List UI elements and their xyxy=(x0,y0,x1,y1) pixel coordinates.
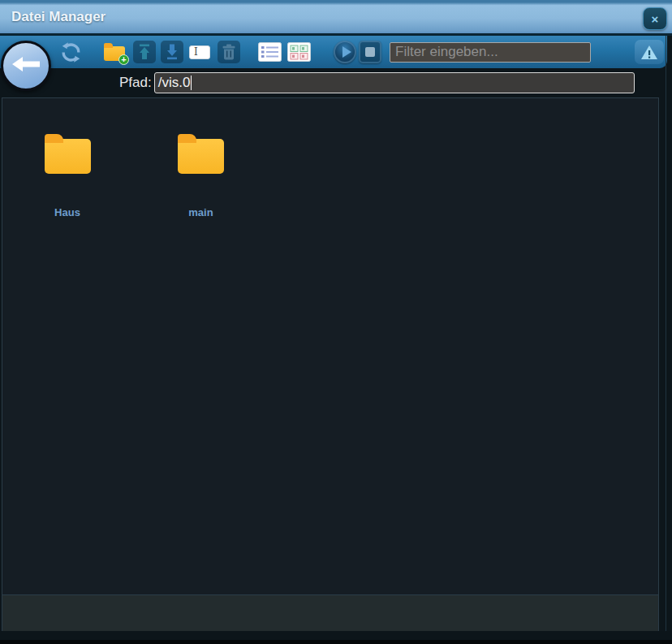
stop-icon xyxy=(365,47,375,57)
download-icon xyxy=(165,44,179,60)
window-edge xyxy=(0,640,672,644)
text-caret xyxy=(191,76,192,90)
titlebar: Datei Manager × xyxy=(0,0,672,36)
list-view-button[interactable] xyxy=(258,41,282,63)
refresh-icon xyxy=(60,41,82,63)
footer-bar xyxy=(2,595,659,631)
folder-icon xyxy=(178,139,224,174)
upload-icon xyxy=(137,44,152,60)
plus-badge-icon: + xyxy=(118,54,129,65)
toolbar: + I xyxy=(0,36,667,68)
back-button[interactable] xyxy=(1,41,51,91)
close-button[interactable]: × xyxy=(643,7,667,30)
folder-label: Haus xyxy=(54,206,80,218)
folder-label: main xyxy=(188,206,213,218)
file-manager-window: Datei Manager × + xyxy=(0,0,672,644)
warning-icon xyxy=(640,45,658,60)
tile-view-icon xyxy=(287,42,311,62)
tile-view-button[interactable] xyxy=(287,41,311,63)
refresh-button[interactable] xyxy=(58,40,83,64)
window-edge xyxy=(0,631,672,640)
file-list-area: Haus main xyxy=(2,97,659,595)
folder-item-haus[interactable]: Haus xyxy=(2,134,132,218)
warning-button[interactable] xyxy=(635,40,664,64)
trash-icon xyxy=(222,44,236,60)
filter-input[interactable] xyxy=(390,42,591,63)
new-folder-button[interactable]: + xyxy=(102,41,127,63)
folder-icon xyxy=(45,139,91,174)
path-value: /vis.0 xyxy=(158,75,191,91)
download-button[interactable] xyxy=(161,41,183,63)
stop-button[interactable] xyxy=(359,41,381,63)
folder-item-main[interactable]: main xyxy=(136,134,265,218)
play-icon xyxy=(342,46,351,58)
rename-icon: I xyxy=(189,45,210,59)
path-bar: Pfad: /vis.0 xyxy=(0,68,672,97)
play-button[interactable] xyxy=(334,41,356,63)
upload-button[interactable] xyxy=(133,41,156,63)
back-arrow-icon xyxy=(11,54,41,78)
list-view-icon xyxy=(258,42,282,62)
path-label: Pfad: xyxy=(119,75,152,91)
close-icon: × xyxy=(652,12,659,26)
delete-button[interactable] xyxy=(218,41,240,63)
path-input[interactable]: /vis.0 xyxy=(154,72,635,93)
rename-button[interactable]: I xyxy=(188,41,211,63)
window-edge xyxy=(666,36,666,631)
window-title: Datei Manager xyxy=(11,9,106,25)
